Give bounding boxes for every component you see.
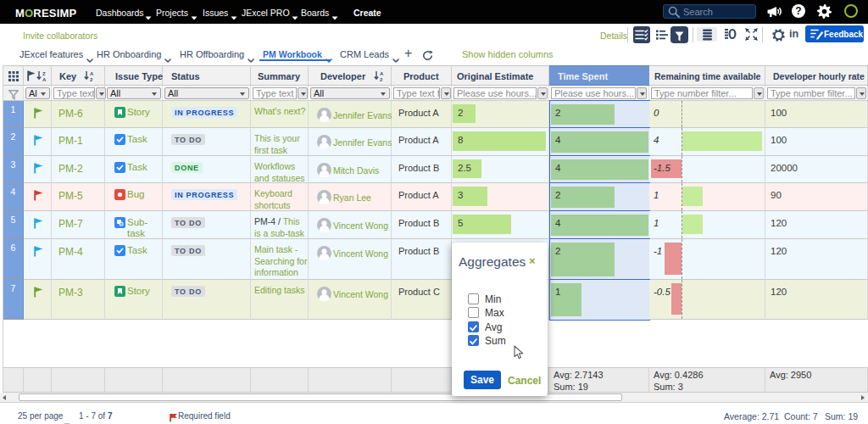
svg-text:2: 2 bbox=[90, 77, 93, 82]
svg-text:Z: Z bbox=[42, 71, 46, 76]
svg-text:A: A bbox=[380, 71, 384, 76]
svg-text:A: A bbox=[90, 71, 94, 76]
svg-text:2: 2 bbox=[380, 77, 383, 82]
svg-text:A: A bbox=[42, 77, 47, 82]
